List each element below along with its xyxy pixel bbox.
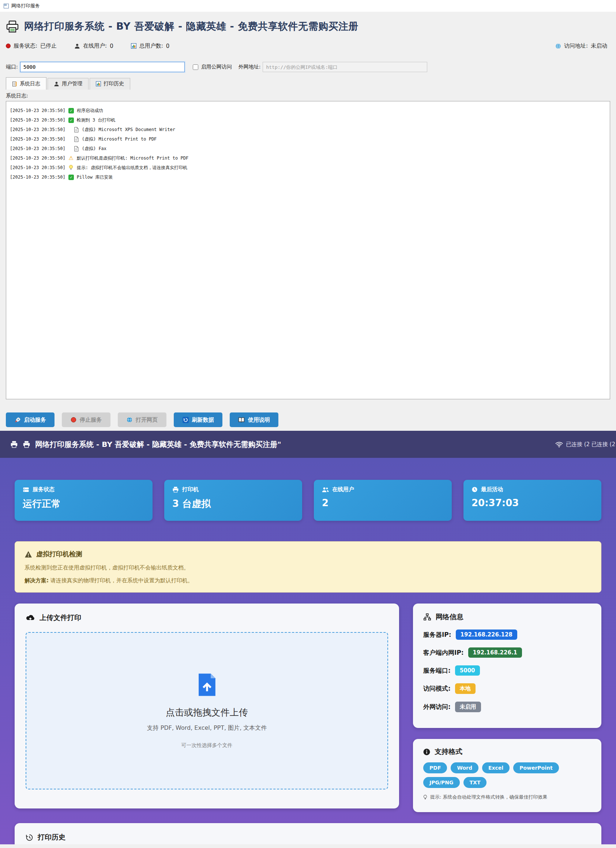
log-timestamp: [2025-10-23 20:35:50] xyxy=(10,108,65,113)
web-header: 网络打印服务系统 - BY 吾爱破解 - 隐藏英雄 - 免费共享软件无需购买注册… xyxy=(0,431,616,458)
stat-label: 在线用户 xyxy=(332,486,354,493)
web-page: 网络打印服务系统 - BY 吾爱破解 - 隐藏英雄 - 免费共享软件无需购买注册… xyxy=(0,431,616,844)
port-label: 端口: xyxy=(6,64,18,70)
format-tip-text: 提示: 系统会自动处理文件格式转换，确保最佳打印效果 xyxy=(430,794,548,801)
service-status-label: 服务状态: xyxy=(13,43,37,49)
chart-icon xyxy=(96,81,101,86)
upload-title: 上传文件打印 xyxy=(40,613,81,623)
supported-formats-card: 支持格式 PDF Word Excel PowerPoint JPG/PNG T… xyxy=(413,739,601,812)
tab-bar: 系统日志 用户管理 打印历史 xyxy=(6,77,610,90)
log-text: 程序启动成功 xyxy=(77,108,103,114)
main-grid: 上传文件打印 点击或拖拽文件上传 支持 PDF, Word, Excel, PP… xyxy=(15,603,601,812)
check-icon: ✓ xyxy=(68,117,74,123)
log-text: (虚拟) Fax xyxy=(82,146,107,152)
tab-user-management[interactable]: 用户管理 xyxy=(47,78,89,90)
open-webpage-button[interactable]: 打开网页 xyxy=(118,412,166,427)
service-status-value: 已停止 xyxy=(40,43,57,49)
network-row: 外网访问: 未启用 xyxy=(423,701,591,712)
check-icon: ✓ xyxy=(68,108,74,113)
network-icon xyxy=(423,614,431,621)
client-ip-label: 客户端内网IP: xyxy=(423,649,464,657)
network-row: 客户端内网IP: 192.168.226.1 xyxy=(423,648,591,658)
stop-service-label: 停止服务 xyxy=(80,417,102,424)
status-bar: 服务状态: 已停止 在线用户: 0 总用户数: 0 访问地址: 未启动 xyxy=(6,43,610,49)
stat-value: 3 台虚拟 xyxy=(172,497,294,510)
public-access-checkbox[interactable] xyxy=(193,64,198,70)
app-window: 网络打印服务 网络打印服务系统 - BY 吾爱破解 - 隐藏英雄 - 免费共享软… xyxy=(0,0,616,431)
system-log-box[interactable]: [2025-10-23 20:35:50] ✓ 程序启动成功 [2025-10-… xyxy=(6,101,610,399)
printer-icon xyxy=(10,441,18,448)
user-icon xyxy=(54,81,59,87)
stat-value: 20:37:03 xyxy=(471,497,593,509)
button-row: 启动服务 停止服务 打开网页 刷新数据 使用说明 xyxy=(6,412,610,431)
help-label: 使用说明 xyxy=(248,417,270,424)
warning-solution-label: 解决方案: xyxy=(25,577,49,584)
network-info-title: 网络信息 xyxy=(436,612,463,622)
total-users-label: 总用户数: xyxy=(139,43,163,49)
format-pill: Word xyxy=(451,762,478,773)
start-service-button[interactable]: 启动服务 xyxy=(6,412,55,427)
dropzone-main-text: 点击或拖拽文件上传 xyxy=(166,706,248,718)
service-status: 服务状态: 已停止 xyxy=(6,43,57,49)
printer-icon xyxy=(23,441,30,448)
bulb-icon xyxy=(68,165,74,170)
log-text: Pillow 库已安装 xyxy=(77,174,113,181)
users-icon xyxy=(322,486,329,493)
port-row: 端口: 启用公网访问 外网地址: xyxy=(6,62,610,72)
upload-file-icon xyxy=(196,673,218,697)
total-users-value: 0 xyxy=(166,43,170,49)
log-entry: [2025-10-23 20:35:50] ⚠ 默认打印机是虚拟打印机: Mic… xyxy=(10,153,606,163)
access-mode-label: 访问模式: xyxy=(423,684,451,693)
service-port-label: 服务端口: xyxy=(423,666,451,675)
start-service-label: 启动服务 xyxy=(24,417,46,424)
log-text: (虚拟) Microsoft XPS Document Writer xyxy=(82,127,175,133)
log-timestamp: [2025-10-23 20:35:50] xyxy=(10,117,65,123)
tab-print-history[interactable]: 打印历史 xyxy=(90,78,130,90)
format-pill: TXT xyxy=(463,777,487,788)
port-input[interactable] xyxy=(20,62,185,72)
help-button[interactable]: 使用说明 xyxy=(230,412,278,427)
access-address: 访问地址: 未启动 xyxy=(555,43,607,49)
printer-icon xyxy=(172,486,179,493)
stat-card-printers: 打印机 3 台虚拟 xyxy=(164,480,302,521)
network-row: 访问模式: 本地 xyxy=(423,683,591,694)
server-ip-badge: 192.168.226.128 xyxy=(456,630,517,640)
user-icon xyxy=(74,43,80,49)
app-body: 网络打印服务系统 - BY 吾爱破解 - 隐藏英雄 - 免费共享软件无需购买注册… xyxy=(0,12,616,431)
warning-line1: 系统检测到您正在使用虚拟打印机，虚拟打印机不会输出纸质文档。 xyxy=(25,564,591,571)
external-access-badge: 未启用 xyxy=(455,701,481,712)
window-title: 网络打印服务 xyxy=(11,3,40,9)
log-timestamp: [2025-10-23 20:35:50] xyxy=(10,146,65,151)
total-users: 总用户数: 0 xyxy=(131,43,170,49)
log-timestamp: [2025-10-23 20:35:50] xyxy=(10,136,65,142)
upload-card: 上传文件打印 点击或拖拽文件上传 支持 PDF, Word, Excel, PP… xyxy=(15,603,399,808)
refresh-data-label: 刷新数据 xyxy=(192,417,214,424)
log-icon xyxy=(12,81,17,87)
virtual-printer-warning: 虚拟打印机检测 系统检测到您正在使用虚拟打印机，虚拟打印机不会输出纸质文档。 解… xyxy=(15,541,601,593)
warning-triangle-icon xyxy=(25,551,32,558)
globe-icon xyxy=(127,417,132,423)
stop-service-button[interactable]: 停止服务 xyxy=(62,412,111,427)
tab-user-management-label: 用户管理 xyxy=(62,80,82,87)
log-entry: [2025-10-23 20:35:50] ✓ 程序启动成功 xyxy=(10,106,606,115)
history-icon xyxy=(26,834,33,841)
refresh-data-button[interactable]: 刷新数据 xyxy=(174,412,222,427)
stat-card-service-status: 服务状态 运行正常 xyxy=(15,480,153,521)
file-dropzone[interactable]: 点击或拖拽文件上传 支持 PDF, Word, Excel, PPT, 图片, … xyxy=(26,632,388,789)
stat-value: 2 xyxy=(322,497,444,509)
stat-card-online-users: 在线用户 2 xyxy=(314,480,452,521)
network-row: 服务器IP: 192.168.226.128 xyxy=(423,630,591,640)
log-entry: [2025-10-23 20:35:50] (虚拟) Microsoft XPS… xyxy=(10,125,606,134)
stat-label: 服务状态 xyxy=(33,486,55,493)
external-address-input[interactable] xyxy=(263,62,427,72)
stat-cards: 服务状态 运行正常 打印机 3 台虚拟 在线用户 2 xyxy=(15,458,601,521)
open-webpage-label: 打开网页 xyxy=(136,417,158,424)
log-timestamp: [2025-10-23 20:35:50] xyxy=(10,165,65,170)
format-pill: PDF xyxy=(423,762,447,773)
tab-system-log[interactable]: 系统日志 xyxy=(6,77,46,90)
external-access-label: 外网访问: xyxy=(423,703,451,711)
warning-solution: 解决方案: 请连接真实的物理打印机，并在系统中设置为默认打印机。 xyxy=(25,577,591,584)
web-body: 服务状态 运行正常 打印机 3 台虚拟 在线用户 2 xyxy=(0,458,616,844)
online-users: 在线用户: 0 xyxy=(74,43,113,49)
format-pills: PDF Word Excel PowerPoint JPG/PNG TXT xyxy=(423,762,584,788)
